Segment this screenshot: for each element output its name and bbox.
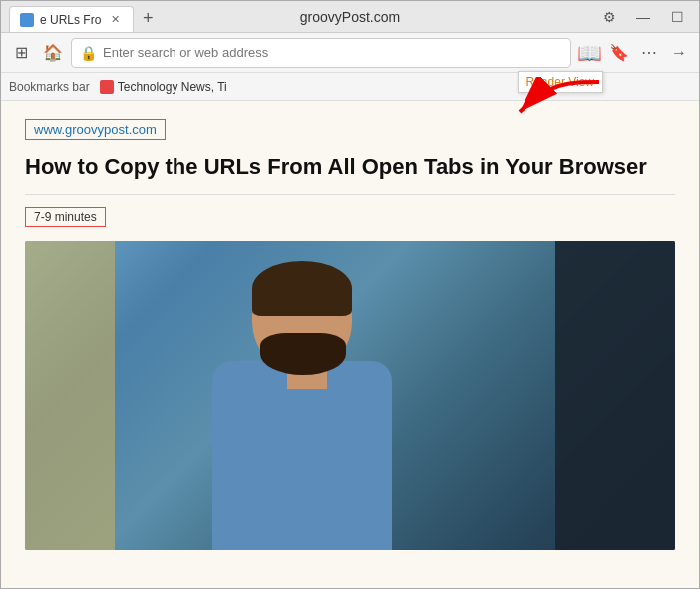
person-shirt <box>212 361 392 550</box>
reader-view-icon: 📖 <box>577 41 602 65</box>
more-button[interactable]: ⋯ <box>635 39 663 67</box>
site-url-badge[interactable]: www.groovypost.com <box>25 119 166 140</box>
title-bar: e URLs Fro ✕ + groovyPost.com ⚙ — ☐ <box>1 1 699 33</box>
minimize-button[interactable]: — <box>629 3 657 31</box>
tab-title: e URLs Fro <box>40 13 101 27</box>
new-tab-button[interactable]: + <box>134 4 162 32</box>
toolbar-right: 📖 Reader View 🔖 ⋯ → <box>575 39 693 67</box>
article-title: How to Copy the URLs From All Open Tabs … <box>25 153 675 195</box>
bookmark-icon: 🔖 <box>609 43 629 62</box>
address-secure-icon: 🔒 <box>80 45 97 61</box>
bookmarks-label: Bookmarks bar <box>9 80 90 94</box>
content-area: www.groovypost.com How to Copy the URLs … <box>1 101 699 588</box>
bookmark-button[interactable]: 🔖 <box>605 39 633 67</box>
toolbar: ⊞ 🏠 🔒 📖 Reader View 🔖 ⋯ <box>1 33 699 73</box>
address-bar[interactable]: 🔒 <box>71 38 571 68</box>
window-controls: ⚙ — ☐ <box>595 3 691 31</box>
toolbar-container: ⊞ 🏠 🔒 📖 Reader View 🔖 ⋯ <box>1 33 699 73</box>
tab-favicon <box>20 13 34 27</box>
tab-strip: e URLs Fro ✕ + <box>9 1 595 32</box>
person-beard <box>260 333 346 375</box>
home-button[interactable]: 🏠 <box>39 39 67 67</box>
person-hair <box>252 261 352 316</box>
grid-button[interactable]: ⊞ <box>7 39 35 67</box>
reader-view-button[interactable]: 📖 Reader View <box>575 39 603 67</box>
grid-icon: ⊞ <box>15 43 28 62</box>
tab-close-button[interactable]: ✕ <box>107 12 123 28</box>
bookmark-item-technology[interactable]: Technology News, Ti <box>96 76 231 98</box>
forward-icon: → <box>671 44 687 62</box>
home-icon: 🏠 <box>43 43 63 62</box>
settings-icon[interactable]: ⚙ <box>595 3 623 31</box>
more-icon: ⋯ <box>641 43 657 62</box>
bookmark-item-label: Technology News, Ti <box>118 80 227 94</box>
maximize-button[interactable]: ☐ <box>663 3 691 31</box>
bg-left <box>25 241 115 550</box>
photo-background <box>25 241 675 550</box>
reader-view-tooltip: Reader View <box>518 71 603 93</box>
bg-right <box>555 241 675 550</box>
browser-window: e URLs Fro ✕ + groovyPost.com ⚙ — ☐ ⊞ 🏠 … <box>0 0 700 589</box>
article-image <box>25 241 675 550</box>
read-time-badge: 7-9 minutes <box>25 207 106 227</box>
active-tab[interactable]: e URLs Fro ✕ <box>9 6 134 32</box>
forward-button[interactable]: → <box>665 39 693 67</box>
person-figure <box>182 261 462 550</box>
address-input[interactable] <box>103 45 562 60</box>
bookmark-favicon <box>100 80 114 94</box>
